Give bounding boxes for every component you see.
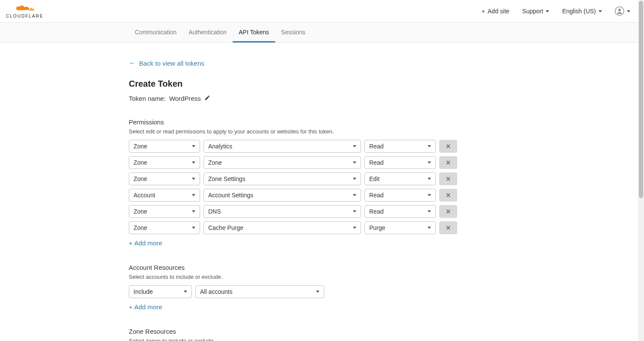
svg-point-1 bbox=[618, 9, 621, 11]
select-value: Include bbox=[134, 288, 153, 295]
arrow-left-icon: ← bbox=[129, 59, 136, 67]
support-dropdown[interactable]: Support bbox=[522, 8, 549, 15]
select-value: Cache Purge bbox=[208, 224, 243, 231]
access-select[interactable]: Read bbox=[365, 189, 436, 202]
chevron-down-icon bbox=[428, 145, 431, 148]
scope-select[interactable]: Zone bbox=[129, 172, 200, 185]
token-name-value: WordPress bbox=[169, 95, 201, 102]
permissions-section: Permissions Select edit or read permissi… bbox=[129, 118, 507, 260]
chevron-down-icon bbox=[316, 291, 319, 293]
add-more-account-resources[interactable]: + Add more bbox=[129, 303, 162, 311]
user-menu[interactable] bbox=[615, 6, 630, 16]
tab-label: Communication bbox=[135, 29, 176, 36]
chevron-down-icon bbox=[428, 227, 431, 229]
access-select[interactable]: Purge bbox=[365, 221, 436, 234]
language-label: English (US) bbox=[562, 8, 596, 15]
cloudflare-logo[interactable]: CLOUDFLARE bbox=[6, 4, 43, 18]
select-value: Zone bbox=[134, 143, 147, 150]
permission-row: ZoneCache PurgePurge bbox=[129, 221, 507, 234]
zone-resources-section: Zone Resources Select zones to include o… bbox=[129, 328, 507, 341]
add-more-label: Add more bbox=[134, 303, 162, 311]
tab-sessions[interactable]: Sessions bbox=[275, 23, 312, 42]
tab-label: Authentication bbox=[188, 29, 227, 36]
scrollbar-track bbox=[638, 0, 644, 341]
remove-button[interactable] bbox=[439, 221, 457, 234]
zone-resources-subtitle: Select zones to include or exclude. bbox=[129, 338, 507, 341]
access-select[interactable]: Read bbox=[365, 205, 436, 218]
subnav-tabs: Communication Authentication API Tokens … bbox=[0, 23, 644, 43]
scope-select[interactable]: Account bbox=[129, 189, 200, 202]
select-value: Read bbox=[369, 159, 383, 166]
add-site-label: Add site bbox=[488, 8, 510, 15]
chevron-down-icon bbox=[353, 211, 356, 213]
remove-button[interactable] bbox=[439, 205, 457, 218]
access-select[interactable]: Read bbox=[365, 140, 436, 153]
scrollbar-thumb[interactable] bbox=[639, 1, 643, 198]
remove-button[interactable] bbox=[439, 156, 457, 169]
chevron-down-icon bbox=[428, 211, 431, 213]
tab-api-tokens[interactable]: API Tokens bbox=[233, 23, 275, 42]
resource-select[interactable]: Analytics bbox=[204, 140, 361, 153]
tab-label: API Tokens bbox=[239, 29, 269, 36]
chevron-down-icon bbox=[598, 10, 602, 12]
page-title: Create Token bbox=[129, 79, 507, 89]
scope-select[interactable]: Zone bbox=[129, 156, 200, 169]
close-icon bbox=[445, 176, 451, 182]
select-value: Zone bbox=[134, 175, 147, 182]
permission-row: ZoneAnalyticsRead bbox=[129, 140, 507, 153]
remove-button[interactable] bbox=[439, 172, 457, 185]
select-value: Analytics bbox=[208, 143, 232, 150]
chevron-down-icon bbox=[546, 10, 549, 12]
chevron-down-icon bbox=[428, 178, 431, 180]
scope-select[interactable]: Zone bbox=[129, 221, 200, 234]
resource-select[interactable]: Zone Settings bbox=[204, 172, 361, 185]
chevron-down-icon bbox=[192, 162, 195, 164]
scope-select[interactable]: Zone bbox=[129, 140, 200, 153]
close-icon bbox=[445, 192, 451, 198]
add-site-button[interactable]: + Add site bbox=[482, 8, 510, 15]
main-content: ← Back to view all tokens Create Token T… bbox=[0, 43, 507, 341]
account-resources-title: Account Resources bbox=[129, 264, 507, 271]
select-value: Account bbox=[134, 192, 155, 199]
select-value: Read bbox=[369, 192, 383, 199]
remove-button[interactable] bbox=[439, 140, 457, 153]
support-label: Support bbox=[522, 8, 543, 15]
select-value: Zone Settings bbox=[208, 175, 245, 182]
tab-communication[interactable]: Communication bbox=[129, 23, 182, 42]
chevron-down-icon bbox=[353, 194, 356, 196]
permission-row: ZoneZone SettingsEdit bbox=[129, 172, 507, 185]
access-select[interactable]: Read bbox=[365, 156, 436, 169]
resource-select[interactable]: DNS bbox=[204, 205, 361, 218]
token-name-row: Token name: WordPress bbox=[129, 95, 507, 102]
remove-button[interactable] bbox=[439, 189, 457, 202]
include-select[interactable]: Include bbox=[129, 285, 192, 298]
resource-select[interactable]: Zone bbox=[204, 156, 361, 169]
resource-select[interactable]: Cache Purge bbox=[204, 221, 361, 234]
account-target-select[interactable]: All accounts bbox=[195, 285, 324, 298]
add-more-permissions[interactable]: + Add more bbox=[129, 239, 162, 247]
language-dropdown[interactable]: English (US) bbox=[562, 8, 602, 15]
resource-select[interactable]: Account Settings bbox=[204, 189, 361, 202]
select-value: Zone bbox=[208, 159, 222, 166]
close-icon bbox=[445, 225, 451, 231]
access-select[interactable]: Edit bbox=[365, 172, 436, 185]
chevron-down-icon bbox=[428, 162, 431, 164]
chevron-down-icon bbox=[428, 194, 431, 196]
back-link[interactable]: ← Back to view all tokens bbox=[129, 59, 204, 67]
chevron-down-icon bbox=[192, 178, 195, 180]
tab-label: Sessions bbox=[281, 29, 306, 36]
permission-row: ZoneZoneRead bbox=[129, 156, 507, 169]
tab-authentication[interactable]: Authentication bbox=[182, 23, 233, 42]
brand-text: CLOUDFLARE bbox=[6, 14, 43, 18]
chevron-down-icon bbox=[192, 227, 195, 229]
select-value: Zone bbox=[134, 224, 147, 231]
cloud-icon bbox=[15, 4, 35, 13]
edit-icon[interactable] bbox=[204, 95, 210, 102]
select-value: Read bbox=[369, 208, 383, 215]
select-value: Edit bbox=[369, 175, 380, 182]
scope-select[interactable]: Zone bbox=[129, 205, 200, 218]
back-link-label: Back to view all tokens bbox=[139, 60, 204, 67]
permissions-subtitle: Select edit or read permissions to apply… bbox=[129, 128, 507, 135]
close-icon bbox=[445, 208, 451, 214]
account-resources-subtitle: Select accounts to include or exclude. bbox=[129, 274, 507, 280]
